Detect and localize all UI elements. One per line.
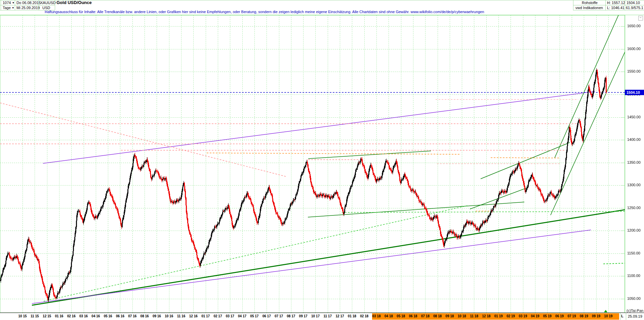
x-tick-label: 12 17 — [336, 314, 344, 318]
divider — [573, 10, 644, 10]
timeframe-value: Tage — [3, 6, 11, 10]
x-tick-label: 05 18 — [397, 314, 405, 318]
x-tick-label: 10 17 — [311, 314, 320, 318]
x-tick-label: 04 19 — [531, 314, 539, 318]
currency-label: USD — [42, 5, 50, 10]
x-tick-label: 12 15 — [43, 314, 51, 318]
x-tick-label: 03 19 — [519, 314, 527, 318]
divider — [15, 0, 15, 10]
y-tick-label: 1300.00 — [627, 183, 641, 187]
page-title: Gold USD/Ounce — [56, 0, 92, 5]
y-tick-mark — [621, 253, 625, 254]
y-tick-mark — [621, 49, 625, 49]
x-tick-label: 01 18 — [348, 314, 356, 318]
footer-date[interactable]: 25.09.19 — [628, 314, 642, 318]
x-tick-label: 05 17 — [250, 314, 258, 318]
divider — [620, 313, 620, 320]
symbol-label: XAUUSD — [40, 0, 56, 5]
x-tick-label: 06 17 — [263, 314, 271, 318]
divider — [625, 0, 625, 10]
taipan-chart-window: { "header": { "bars": "1074", "timeframe… — [0, 0, 644, 320]
x-tick-label: 07 18 — [421, 314, 430, 318]
x-tick-label: 02 19 — [507, 314, 515, 318]
end-date[interactable]: Mi 25.09.2019 — [16, 5, 40, 10]
y-tick-label: 1150.00 — [627, 251, 640, 255]
divider — [626, 313, 626, 320]
y-tick-label: 1400.00 — [627, 137, 641, 142]
start-date[interactable]: Do 06.08.2015 — [16, 0, 41, 5]
x-tick-label: 02 17 — [213, 314, 222, 318]
collapse-icon[interactable]: − — [638, 16, 643, 21]
y-tick-mark — [621, 163, 625, 163]
x-tick-label: 11 18 — [470, 314, 478, 318]
divider — [39, 0, 39, 10]
x-tick-label: 04 18 — [385, 314, 393, 318]
x-tick-label: 09 18 — [445, 314, 454, 318]
disclaimer-text: Haftungsausschluss für Inhalte: Alle Tre… — [45, 10, 484, 14]
current-date-marker-icon — [604, 310, 607, 312]
x-tick-label: 02 16 — [67, 314, 76, 318]
y-tick-label: 1600.00 — [627, 47, 641, 51]
x-tick-label: 03 16 — [79, 314, 88, 318]
y-tick-mark — [621, 185, 625, 186]
x-tick-label: 05 16 — [104, 314, 112, 318]
x-tick-label: 09 16 — [153, 314, 161, 318]
divider — [573, 5, 644, 5]
y-tick-mark — [621, 276, 625, 276]
x-tick-label: 10 18 — [458, 314, 466, 318]
chevron-down-icon: ▼ — [12, 6, 14, 9]
x-tick-label: 06 18 — [409, 314, 417, 318]
x-tick-label: 08 19 — [580, 314, 588, 318]
x-tick-label: 06 16 — [116, 314, 124, 318]
feed-label: vwd Indikationen — [575, 5, 603, 10]
divider — [1, 0, 1, 10]
x-tick-label: 12 18 — [482, 314, 490, 318]
x-tick-label: 06 19 — [555, 314, 564, 318]
indicator-value: 61.9/575.1 — [626, 5, 643, 10]
y-tick-mark — [621, 26, 625, 27]
y-tick-mark — [621, 299, 625, 299]
y-tick-label: 1050.00 — [627, 296, 641, 301]
x-tick-label: 01 16 — [55, 314, 63, 318]
chevron-down-icon: ▼ — [12, 1, 14, 4]
x-tick-label: 10 15 — [18, 314, 27, 318]
last-price-badge: 1504.10 — [625, 90, 644, 95]
y-tick-mark — [621, 140, 625, 140]
y-tick-label: 1650.00 — [627, 24, 641, 28]
price-chart-canvas[interactable] — [0, 15, 625, 313]
high-value: H: 1557.12 — [607, 0, 625, 5]
low-marker-label: L — [621, 314, 623, 318]
y-tick-label: 1350.00 — [627, 160, 641, 164]
x-tick-label: 07 19 — [567, 314, 576, 318]
divider — [605, 0, 606, 10]
divider — [0, 0, 644, 0]
x-tick-label: 07 16 — [128, 314, 136, 318]
x-tick-label: 03 17 — [226, 314, 234, 318]
x-axis: 10 1511 1512 1501 1602 1603 1604 1605 16… — [0, 313, 644, 320]
x-tick-label: 05 19 — [543, 314, 552, 318]
y-tick-mark — [621, 72, 625, 72]
y-tick-mark — [621, 94, 625, 95]
y-tick-label: 1100.00 — [627, 274, 640, 278]
category-label: Rohstoffe — [582, 0, 598, 5]
x-tick-label: 01 17 — [201, 314, 210, 318]
y-tick-label: 1450.00 — [627, 115, 641, 119]
x-tick-label: 01 19 — [494, 314, 503, 318]
y-tick-mark — [621, 231, 625, 231]
x-tick-label: 10 19 — [604, 314, 612, 318]
divider — [573, 0, 573, 10]
y-tick-mark — [621, 117, 625, 118]
x-tick-label: 10 16 — [165, 314, 173, 318]
y-tick-label: 1550.00 — [627, 69, 641, 73]
y-tick-mark — [621, 208, 625, 208]
x-tick-label: 09 19 — [592, 314, 600, 318]
x-tick-label: 11 15 — [31, 314, 39, 318]
x-tick-label: 04 16 — [91, 314, 100, 318]
y-axis-line — [625, 15, 625, 313]
x-tick-label: 03 18 — [372, 314, 380, 318]
x-tick-label: 11 17 — [324, 314, 332, 318]
x-tick-label: 02 18 — [360, 314, 368, 318]
y-tick-label: 1200.00 — [627, 228, 641, 232]
x-tick-label: 07 17 — [275, 314, 283, 318]
copyright-label: (c)Tai-Pan — [627, 309, 643, 313]
